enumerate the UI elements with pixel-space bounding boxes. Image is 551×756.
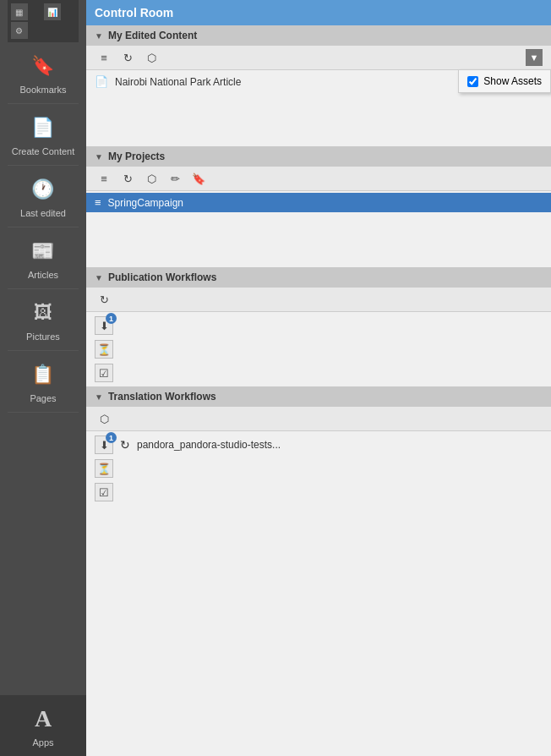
sidebar: ▦ 📊 ⚙ 🔖 Bookmarks 📄 Create Content 🕐 Las…	[0, 0, 86, 756]
trans-download-btn[interactable]: ⬇ 1	[95, 436, 113, 454]
list-item[interactable]: ≡ SpringCampaign	[86, 193, 551, 212]
apps-label: Apps	[32, 737, 53, 748]
collapse-arrow-2: ▼	[95, 152, 103, 162]
show-assets-label: Show Assets	[483, 75, 542, 87]
my-projects-list: ≡ SpringCampaign	[86, 191, 551, 216]
bookmarks-icon: 🔖	[28, 51, 58, 81]
trans-settings-btn[interactable]: ⬡	[95, 410, 113, 427]
my-edited-content-header[interactable]: ▼ My Edited Content	[86, 25, 551, 46]
projects-edit-btn[interactable]: ✏	[166, 170, 184, 187]
list-view-btn[interactable]: ≡	[95, 49, 113, 66]
translation-workflows-toolbar: ⬡	[86, 407, 551, 431]
pub-hourglass-btn[interactable]: ⏳	[95, 340, 113, 359]
sidebar-item-last-edited[interactable]: 🕐 Last edited	[8, 166, 79, 227]
sidebar-item-label: Articles	[28, 270, 58, 280]
projects-list-btn[interactable]: ≡	[95, 170, 113, 187]
pub-check-btn[interactable]: ☑	[95, 364, 113, 382]
my-edited-content-section: ▼ My Edited Content ≡ ↻ ⬡ ▼ Show Assets …	[86, 25, 551, 146]
sidebar-item-label: Pages	[30, 393, 56, 403]
trans-workflow-row-2: ⏳	[86, 457, 551, 480]
sidebar-item-bookmarks[interactable]: 🔖 Bookmarks	[8, 42, 79, 104]
pub-badge-1: 1	[106, 313, 117, 324]
sidebar-item-articles[interactable]: 📰 Articles	[8, 227, 79, 289]
article-label: Nairobi National Park Article	[115, 76, 241, 88]
my-projects-header[interactable]: ▼ My Projects	[86, 146, 551, 167]
publication-workflows-toolbar: ↻	[86, 288, 551, 312]
right-panel-header	[441, 0, 551, 25]
title-bar: Control Room	[86, 0, 441, 25]
project-label: SpringCampaign	[108, 197, 183, 209]
projects-bookmark-btn[interactable]: 🔖	[189, 170, 208, 187]
my-projects-section: ▼ My Projects ≡ ↻ ⬡ ✏ 🔖 ≡ SpringCampaign	[86, 146, 551, 267]
create-content-icon: 📄	[28, 112, 58, 143]
sidebar-item-label: Last edited	[20, 208, 66, 218]
last-edited-icon: 🕐	[28, 174, 58, 205]
show-assets-checkbox[interactable]	[467, 76, 478, 87]
sidebar-top: ▦ 📊 ⚙ 🔖 Bookmarks 📄 Create Content 🕐 Las…	[8, 0, 79, 695]
publication-workflows-label: Publication Workflows	[108, 271, 216, 283]
sidebar-item-label: Create Content	[12, 146, 75, 156]
project-icon: ≡	[95, 196, 101, 209]
publication-workflows-section: ▼ Publication Workflows ↻ ⬇ 1 ⏳	[86, 267, 551, 386]
sidebar-item-create-content[interactable]: 📄 Create Content	[8, 104, 79, 166]
trans-check-btn[interactable]: ☑	[95, 483, 113, 501]
pub-refresh-btn[interactable]: ↻	[95, 291, 113, 308]
sidebar-item-pages[interactable]: 📋 Pages	[8, 351, 79, 413]
grid-icon-3[interactable]: ⚙	[11, 22, 28, 39]
my-projects-toolbar: ≡ ↻ ⬡ ✏ 🔖	[86, 167, 551, 191]
collapse-arrow-3: ▼	[95, 273, 103, 282]
article-icon: 📄	[95, 75, 108, 88]
translation-workflows-list: ⬇ 1 ↻ pandora_pandora-studio-tests... ⏳ …	[86, 431, 551, 506]
refresh-btn[interactable]: ↻	[118, 49, 137, 66]
grid-icon-2[interactable]: 📊	[44, 3, 61, 20]
sidebar-grid: ▦ 📊 ⚙	[8, 0, 79, 42]
dropdown-toggle-btn[interactable]: ▼	[526, 49, 543, 66]
show-assets-dropdown: Show Assets	[458, 69, 551, 93]
pages-icon: 📋	[28, 359, 58, 390]
translation-workflows-label: Translation Workflows	[108, 391, 216, 403]
translation-workflows-section: ▼ Translation Workflows ⬡ ⬇ 1 ↻ pandora_…	[86, 386, 551, 506]
edited-content-spacer	[86, 96, 551, 146]
collapse-arrow-4: ▼	[95, 392, 103, 402]
publication-workflows-header[interactable]: ▼ Publication Workflows	[86, 267, 551, 288]
grid-icon-1[interactable]: ▦	[11, 3, 28, 20]
translation-workflows-header[interactable]: ▼ Translation Workflows	[86, 386, 551, 407]
content-area: ▼ My Edited Content ≡ ↻ ⬡ ▼ Show Assets …	[86, 25, 551, 756]
pub-workflow-row-3: ☑	[86, 361, 551, 385]
settings-btn[interactable]: ⬡	[142, 49, 161, 66]
trans-spinner-icon: ↻	[120, 438, 130, 452]
collapse-arrow-1: ▼	[95, 31, 103, 41]
trans-hourglass-btn[interactable]: ⏳	[95, 459, 113, 478]
apps-icon: A	[28, 704, 58, 734]
projects-spacer	[86, 216, 551, 267]
sidebar-item-label: Pictures	[26, 331, 60, 342]
pub-download-btn[interactable]: ⬇ 1	[95, 316, 113, 335]
my-edited-content-label: My Edited Content	[108, 30, 197, 41]
trans-workflow-text-1: pandora_pandora-studio-tests...	[137, 439, 281, 451]
pub-workflow-row-2: ⏳	[86, 337, 551, 361]
sidebar-item-apps[interactable]: A Apps ▶	[0, 695, 86, 756]
trans-badge-1: 1	[106, 432, 117, 443]
projects-refresh-btn[interactable]: ↻	[118, 170, 137, 187]
trans-workflow-row-3: ☑	[86, 480, 551, 504]
projects-settings-btn[interactable]: ⬡	[142, 170, 161, 187]
publication-workflows-list: ⬇ 1 ⏳ ☑	[86, 312, 551, 386]
app-title: Control Room	[95, 6, 173, 19]
my-edited-content-toolbar: ≡ ↻ ⬡ ▼ Show Assets	[86, 46, 551, 70]
sidebar-item-pictures[interactable]: 🖼 Pictures	[8, 289, 79, 351]
sidebar-item-label: Bookmarks	[19, 85, 66, 95]
articles-icon: 📰	[28, 236, 58, 266]
pub-workflow-row-1: ⬇ 1	[86, 314, 551, 337]
trans-workflow-row-1: ⬇ 1 ↻ pandora_pandora-studio-tests...	[86, 433, 551, 457]
main-panel: Control Room ▼ My Edited Content ≡ ↻ ⬡ ▼…	[86, 0, 551, 756]
pictures-icon: 🖼	[28, 298, 58, 328]
my-projects-label: My Projects	[108, 151, 165, 162]
